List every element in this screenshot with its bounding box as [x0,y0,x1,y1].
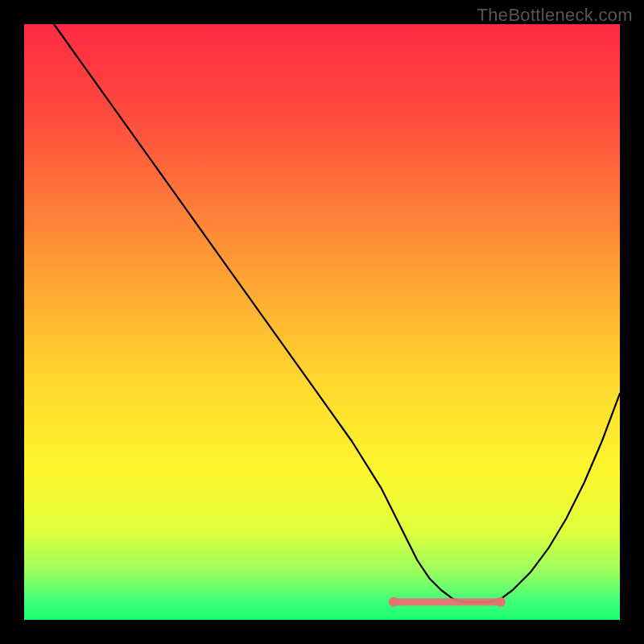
optimal-region-endpoint [496,597,506,607]
optimal-region-endpoint [389,597,398,607]
chart-plot-area [24,24,620,620]
chart-canvas [0,0,644,644]
watermark-label: TheBottleneck.com [477,5,633,26]
bottleneck-chart: TheBottleneck.com [0,0,644,644]
